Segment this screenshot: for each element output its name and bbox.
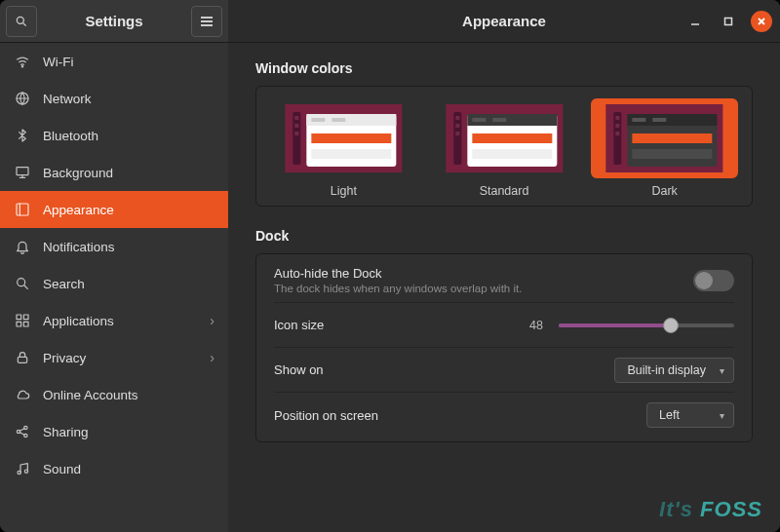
sidebar-item-label: Appearance xyxy=(43,203,114,217)
titlebar-right: Appearance xyxy=(228,0,780,42)
body: Wi-FiNetworkBluetoothBackgroundAppearanc… xyxy=(0,43,780,532)
minimize-button[interactable] xyxy=(684,11,706,32)
svg-point-16 xyxy=(18,279,25,286)
svg-rect-51 xyxy=(472,149,552,159)
svg-rect-42 xyxy=(453,112,461,165)
svg-rect-21 xyxy=(23,322,28,326)
dock-panel: Auto-hide the Dock The dock hides when a… xyxy=(255,253,753,442)
window-colors-group: LightStandardDark xyxy=(255,86,753,207)
autohide-toggle[interactable] xyxy=(693,270,734,291)
slider-fill xyxy=(559,323,671,327)
svg-rect-34 xyxy=(294,132,298,135)
sidebar-item-notifications[interactable]: Notifications xyxy=(0,228,228,265)
app-title: Settings xyxy=(37,13,191,29)
position-label: Position on screen xyxy=(274,408,378,423)
wifi-icon xyxy=(14,54,31,69)
sidebar-item-network[interactable]: Network xyxy=(0,80,228,117)
cloud-icon xyxy=(14,387,31,402)
theme-option-light[interactable]: Light xyxy=(270,98,417,198)
icon-size-slider[interactable] xyxy=(559,323,734,327)
menu-button[interactable] xyxy=(191,6,222,37)
icon-size-value: 48 xyxy=(529,319,543,332)
sidebar-item-online-accounts[interactable]: Online Accounts xyxy=(0,376,228,413)
sidebar: Wi-FiNetworkBluetoothBackgroundAppearanc… xyxy=(0,43,228,532)
sidebar-item-sharing[interactable]: Sharing xyxy=(0,413,228,450)
theme-option-label: Standard xyxy=(431,184,578,198)
theme-thumbnail xyxy=(437,104,572,172)
sidebar-item-label: Wi-Fi xyxy=(43,55,73,69)
svg-rect-49 xyxy=(492,118,506,122)
sidebar-item-label: Background xyxy=(43,166,113,180)
bell-icon xyxy=(14,239,31,254)
sidebar-item-privacy[interactable]: Privacy› xyxy=(0,339,228,376)
settings-window: Settings Appearance Wi-FiNetworkBluetoot… xyxy=(0,0,780,532)
sidebar-item-appearance[interactable]: Appearance xyxy=(0,191,228,228)
svg-point-28 xyxy=(18,471,20,474)
theme-thumbnail xyxy=(276,104,411,172)
svg-rect-6 xyxy=(725,18,732,24)
sidebar-item-sound[interactable]: Sound xyxy=(0,450,228,487)
svg-rect-40 xyxy=(311,149,391,159)
sidebar-item-wi-fi[interactable]: Wi-Fi xyxy=(0,43,228,80)
lock-icon xyxy=(14,350,31,365)
svg-rect-31 xyxy=(292,112,300,165)
svg-line-27 xyxy=(20,433,24,436)
svg-rect-61 xyxy=(633,133,713,143)
svg-rect-43 xyxy=(455,116,459,120)
theme-thumbnail xyxy=(597,104,732,172)
display-icon xyxy=(14,165,31,180)
search-icon xyxy=(15,15,28,28)
show-on-label: Show on xyxy=(274,362,324,377)
content-area: Window colors LightStandardDark Dock Aut… xyxy=(228,43,780,532)
svg-point-29 xyxy=(24,470,27,473)
sidebar-item-label: Privacy xyxy=(43,351,86,365)
share-icon xyxy=(14,424,31,439)
music-icon xyxy=(14,461,31,476)
show-on-row: Show on Built-in display xyxy=(274,348,734,393)
close-icon xyxy=(757,17,766,26)
search-button[interactable] xyxy=(6,6,37,37)
window-controls xyxy=(684,11,772,32)
sidebar-item-applications[interactable]: Applications› xyxy=(0,302,228,339)
search-icon xyxy=(14,276,31,291)
sidebar-item-bluetooth[interactable]: Bluetooth xyxy=(0,117,228,154)
svg-rect-11 xyxy=(17,168,28,175)
position-select[interactable]: Left xyxy=(646,402,734,428)
window-colors-title: Window colors xyxy=(255,60,753,76)
theme-option-dark[interactable]: Dark xyxy=(591,98,738,198)
sidebar-item-label: Sound xyxy=(43,462,81,476)
svg-line-17 xyxy=(24,285,27,288)
svg-rect-59 xyxy=(633,118,646,122)
svg-rect-22 xyxy=(18,357,26,362)
minimize-icon xyxy=(690,17,700,26)
sidebar-item-label: Online Accounts xyxy=(43,388,138,402)
svg-rect-62 xyxy=(633,149,713,159)
theme-option-label: Dark xyxy=(591,184,738,198)
sidebar-item-label: Sharing xyxy=(43,425,89,439)
svg-rect-45 xyxy=(455,132,459,135)
svg-rect-56 xyxy=(616,132,620,135)
sidebar-item-background[interactable]: Background xyxy=(0,154,228,191)
maximize-button[interactable] xyxy=(718,11,739,32)
hamburger-icon xyxy=(200,16,214,27)
close-button[interactable] xyxy=(751,11,772,32)
maximize-icon xyxy=(723,17,733,26)
svg-rect-32 xyxy=(294,116,298,120)
globe-icon xyxy=(14,91,31,106)
svg-rect-39 xyxy=(311,133,391,143)
autohide-label: Auto-hide the Dock xyxy=(274,266,522,281)
sidebar-item-label: Bluetooth xyxy=(43,129,98,143)
svg-rect-50 xyxy=(472,133,552,143)
svg-point-9 xyxy=(21,66,22,67)
svg-rect-38 xyxy=(332,118,345,122)
svg-rect-14 xyxy=(17,204,28,215)
sidebar-item-label: Search xyxy=(43,277,85,291)
svg-rect-33 xyxy=(294,124,298,128)
show-on-select[interactable]: Built-in display xyxy=(614,358,734,383)
slider-knob[interactable] xyxy=(663,318,679,333)
svg-line-1 xyxy=(23,22,26,25)
theme-option-standard[interactable]: Standard xyxy=(431,98,578,198)
bluetooth-icon xyxy=(14,128,31,143)
chevron-right-icon: › xyxy=(210,313,214,328)
sidebar-item-search[interactable]: Search xyxy=(0,265,228,302)
